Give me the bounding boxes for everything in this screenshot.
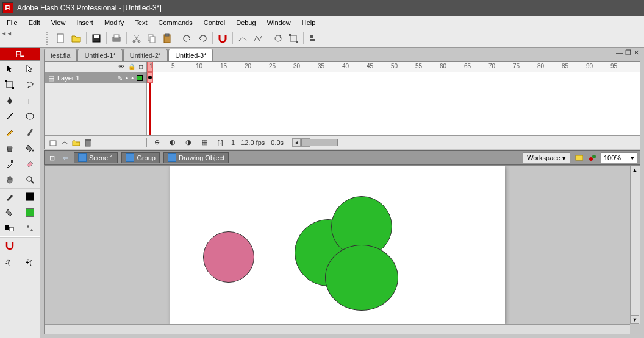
stage-horizontal-scrollbar[interactable] (45, 324, 630, 334)
fill-color-swatch[interactable] (20, 205, 40, 220)
subselection-tool[interactable] (20, 61, 40, 77)
pen-tool[interactable] (0, 93, 20, 108)
breadcrumb-scene[interactable]: Scene 1 (74, 152, 118, 163)
paint-bucket-tool[interactable] (20, 140, 40, 156)
edit-symbols-button[interactable] (587, 153, 597, 163)
eraser-tool[interactable] (20, 156, 40, 172)
brush-tool[interactable] (20, 124, 40, 140)
menu-commands[interactable]: Commands (152, 17, 198, 28)
close-button[interactable]: ✕ (634, 49, 639, 57)
timeline-scrollbar[interactable] (301, 138, 302, 147)
breadcrumb-drawing-object[interactable]: Drawing Object (163, 152, 229, 163)
open-file-button[interactable] (70, 32, 83, 45)
doc-tab[interactable]: test.fla (44, 49, 77, 61)
outline-icon[interactable]: □ (139, 63, 143, 70)
scroll-down-button[interactable]: ▼ (631, 315, 639, 324)
lock-icon[interactable]: 🔒 (128, 63, 135, 70)
save-button[interactable] (90, 32, 103, 45)
stroke-color-tool[interactable] (0, 189, 20, 205)
menu-debug[interactable]: Debug (231, 17, 261, 28)
green-circle-shape[interactable] (325, 245, 398, 311)
onion-skin-button[interactable]: ◐ (168, 138, 177, 147)
straighten-option[interactable]: +( (20, 253, 40, 269)
layer-color-swatch[interactable] (137, 75, 143, 81)
selection-tool[interactable] (0, 61, 20, 77)
menu-edit[interactable]: Edit (23, 17, 46, 28)
back-button[interactable]: ⇦ (60, 153, 70, 163)
black-white-button[interactable] (0, 220, 20, 236)
swap-colors-button[interactable] (20, 220, 40, 236)
eyedropper-tool[interactable] (0, 156, 20, 172)
layer-frames[interactable] (147, 72, 640, 83)
modify-onion-markers-button[interactable]: [·] (215, 138, 225, 147)
menu-text[interactable]: Text (129, 17, 152, 28)
align-button[interactable] (307, 32, 320, 45)
hand-tool[interactable] (0, 172, 20, 188)
line-tool[interactable] (0, 108, 20, 124)
text-tool[interactable]: T (20, 93, 40, 108)
workspace-selector[interactable]: Workspace ▾ (523, 152, 570, 163)
ink-bottle-tool[interactable] (0, 140, 20, 156)
oval-tool[interactable] (20, 108, 40, 124)
snap-magnet-button[interactable] (216, 32, 229, 45)
frames-area[interactable] (147, 83, 640, 135)
pencil-tool[interactable] (0, 124, 20, 140)
smooth-option[interactable]: -( (0, 253, 20, 269)
edit-scene-button[interactable] (574, 153, 584, 163)
menu-help[interactable]: Help (296, 17, 321, 28)
delete-layer-button[interactable] (83, 138, 93, 147)
toolbar-grip[interactable] (46, 32, 50, 45)
menu-modify[interactable]: Modify (99, 17, 129, 28)
scroll-left-button[interactable]: ◄ (292, 138, 301, 147)
new-file-button[interactable] (54, 32, 68, 45)
edit-multiple-frames-button[interactable]: ▦ (199, 138, 209, 147)
rotate-button[interactable] (271, 32, 285, 45)
scrollbar-thumb[interactable] (301, 139, 338, 146)
smooth-button[interactable] (236, 32, 249, 45)
new-layer-button[interactable] (48, 138, 58, 147)
cut-button[interactable] (130, 32, 143, 45)
redo-button[interactable] (196, 32, 209, 45)
zoom-tool[interactable] (20, 172, 40, 188)
minimize-button[interactable]: — (616, 49, 623, 57)
stage-vertical-scrollbar[interactable]: ▲ ▼ (630, 166, 640, 324)
layer-row[interactable]: ▤ Layer 1 ✎ • • (45, 72, 640, 83)
playhead-line[interactable] (149, 83, 151, 135)
visibility-icon[interactable]: 👁 (118, 63, 124, 70)
paste-button[interactable] (160, 32, 174, 45)
doc-tab[interactable]: Untitled-1* (77, 49, 122, 61)
menu-file[interactable]: File (1, 17, 23, 28)
breadcrumb-group[interactable]: Group (121, 152, 160, 163)
fill-color-tool[interactable] (0, 205, 20, 220)
stage-pasteboard[interactable] (45, 166, 630, 324)
layer-lock-dot[interactable]: • (131, 74, 134, 82)
doc-tab-active[interactable]: Untitled-3* (168, 49, 213, 61)
doc-tab[interactable]: Untitled-2* (123, 49, 168, 61)
new-motion-guide-button[interactable] (60, 138, 70, 147)
layer-visible-dot[interactable]: • (126, 74, 128, 82)
print-button[interactable] (110, 32, 123, 45)
collapse-icon[interactable]: ◄◄ (1, 30, 7, 37)
copy-button[interactable] (145, 32, 159, 45)
keyframe[interactable] (148, 76, 152, 79)
timeline-toggle-button[interactable]: ⊞ (47, 153, 57, 163)
menu-window[interactable]: Window (262, 17, 296, 28)
zoom-selector[interactable]: 100%▾ (601, 152, 637, 163)
timeline-ruler[interactable]: 1 5 10 15 20 25 30 35 40 45 50 55 60 65 … (147, 62, 640, 72)
scroll-up-button[interactable]: ▲ (631, 166, 639, 174)
menu-view[interactable]: View (46, 17, 71, 28)
menu-control[interactable]: Control (198, 17, 231, 28)
restore-button[interactable]: ❐ (625, 49, 631, 57)
lasso-tool[interactable] (20, 77, 40, 93)
onion-skin-outlines-button[interactable]: ◑ (184, 138, 193, 147)
scale-button[interactable] (287, 32, 300, 45)
stage[interactable] (170, 166, 505, 324)
center-frame-button[interactable]: ⊕ (152, 138, 162, 147)
layer-name-cell[interactable]: ▤ Layer 1 ✎ • • (45, 72, 147, 83)
stroke-color-swatch[interactable] (20, 189, 40, 205)
new-folder-button[interactable] (71, 138, 81, 147)
menu-insert[interactable]: Insert (71, 17, 99, 28)
undo-button[interactable] (181, 32, 194, 45)
straighten-button[interactable] (251, 32, 265, 45)
free-transform-tool[interactable] (0, 77, 20, 93)
